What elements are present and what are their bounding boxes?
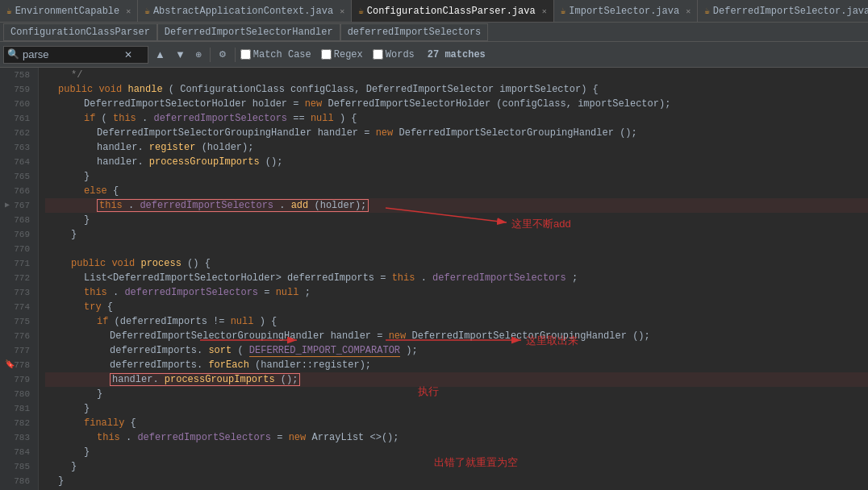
matches-count: 27 matches: [428, 49, 486, 60]
breadcrumb-bar: ConfigurationClassParser DeferredImportS…: [0, 23, 868, 42]
java-icon: ☕: [561, 6, 566, 16]
tab-label: ConfigurationClassParser.java: [367, 6, 536, 17]
code-line-777: deferredImports. sort ( DEFERRED_IMPORT_…: [45, 343, 868, 358]
regex-label[interactable]: Regex: [321, 49, 363, 60]
code-line-769: }: [45, 227, 868, 242]
gutter-767: ▶767: [3, 198, 35, 213]
match-case-label[interactable]: Match Case: [240, 49, 311, 60]
code-line-779: handler. processGroupImports ();: [45, 372, 868, 387]
code-line-780: }: [45, 387, 868, 401]
fold-icon: ▶: [5, 198, 10, 213]
code-line-785: }: [45, 459, 868, 474]
code-line-763: handler. register (holder);: [45, 140, 868, 155]
gutter-779: 779: [3, 372, 35, 387]
gutter-772: 772: [3, 271, 35, 285]
code-line-784: }: [45, 445, 868, 459]
gutter-764: 764: [3, 155, 35, 169]
highlight-box-779: handler. processGroupImports ();: [110, 373, 300, 386]
gutter-777: 777: [3, 343, 35, 358]
gutter-778: 🔖778: [3, 358, 35, 372]
java-icon: ☕: [144, 6, 150, 16]
tab-environmentcapable[interactable]: ☕ EnvironmentCapable ✕: [0, 0, 138, 23]
tab-importselector[interactable]: ☕ ImportSelector.java ✕: [554, 0, 698, 23]
gutter-770: 770: [3, 242, 35, 256]
gutter-771: 771: [3, 256, 35, 271]
tab-label: AbstractApplicationContext.java: [153, 6, 333, 17]
gutter-775: 775: [3, 314, 35, 329]
code-line-767: this . deferredImportSelectors . add (ho…: [45, 198, 868, 213]
code-line-786: }: [45, 474, 868, 488]
code-line-766: else {: [45, 184, 868, 198]
find-all-button[interactable]: ⊕: [192, 48, 205, 60]
tab-bar: ☕ EnvironmentCapable ✕ ☕ AbstractApplica…: [0, 0, 868, 23]
tab-close[interactable]: ✕: [686, 6, 691, 16]
gutter-785: 785: [3, 459, 35, 474]
gutter-768: 768: [3, 213, 35, 227]
tab-close[interactable]: ✕: [126, 6, 131, 16]
tab-label: ImportSelector.java: [569, 6, 679, 17]
gutter-761: 761: [3, 111, 35, 126]
code-line-765: }: [45, 169, 868, 184]
line-numbers: 758 759 760 761 762 763 764 765 766 ▶767…: [0, 68, 39, 490]
breadcrumb-label: ConfigurationClassParser: [10, 27, 150, 38]
code-line-771: public void process () {: [45, 256, 868, 271]
breadcrumb-label: deferredImportSelectors: [348, 27, 482, 38]
code-line-762: DeferredImportSelectorGroupingHandler ha…: [45, 126, 868, 140]
code-line-758: */: [45, 68, 868, 82]
java-icon: ☕: [358, 6, 364, 16]
match-case-text: Match Case: [253, 49, 311, 60]
breadcrumb-deferredimportselectors[interactable]: deferredImportSelectors: [340, 23, 489, 41]
gutter-758: 758: [3, 68, 35, 82]
match-case-checkbox[interactable]: [240, 49, 251, 60]
gutter-783: 783: [3, 430, 35, 445]
clear-search-button[interactable]: ✕: [123, 48, 134, 61]
code-line-782: finally {: [45, 416, 868, 430]
breadcrumb-deferredimportselectorhandler[interactable]: DeferredImportSelectorHandler: [157, 23, 340, 41]
code-line-775: if (deferredImports != null ) {: [45, 314, 868, 329]
separator: [210, 48, 211, 62]
prev-match-button[interactable]: ▲: [152, 47, 169, 62]
code-line-761: if ( this . deferredImportSelectors == n…: [45, 111, 868, 126]
java-icon: ☕: [6, 6, 12, 16]
code-line-776: DeferredImportSelectorGroupingHandler ha…: [45, 329, 868, 343]
gutter-763: 763: [3, 140, 35, 155]
gutter-784: 784: [3, 445, 35, 459]
settings-button[interactable]: ⚙: [215, 48, 230, 61]
tab-deferredimportselector[interactable]: ☕ DeferredImportSelector.java ✕: [698, 0, 868, 23]
gutter-762: 762: [3, 126, 35, 140]
gutter-774: 774: [3, 300, 35, 314]
tab-close[interactable]: ✕: [542, 6, 547, 16]
breadcrumb-configurationclassparser[interactable]: ConfigurationClassParser: [3, 23, 157, 41]
search-bar: 🔍 ✕ ▲ ▼ ⊕ ⚙ Match Case Regex Words 27 ma…: [0, 42, 868, 68]
search-icon: 🔍: [7, 48, 19, 60]
gutter-776: 776: [3, 329, 35, 343]
code-line-778: deferredImports. forEach (handler::regis…: [45, 358, 868, 372]
code-line-781: }: [45, 401, 868, 416]
bookmark-icon: 🔖: [5, 358, 15, 372]
tab-configurationclassparser[interactable]: ☕ ConfigurationClassParser.java ✕: [352, 0, 554, 23]
code-line-770: [45, 242, 868, 256]
regex-text: Regex: [334, 49, 363, 60]
words-checkbox[interactable]: [373, 49, 383, 60]
gutter-786: 786: [3, 474, 35, 488]
separator2: [235, 48, 236, 62]
next-match-button[interactable]: ▼: [172, 47, 189, 62]
gutter-773: 773: [3, 285, 35, 300]
gutter-759: 759: [3, 82, 35, 97]
tab-close[interactable]: ✕: [340, 6, 344, 16]
java-icon: ☕: [704, 6, 710, 16]
code-line-772: List<DeferredImportSelectorHolder> defer…: [45, 271, 868, 285]
gutter-769: 769: [3, 227, 35, 242]
words-label[interactable]: Words: [373, 49, 415, 60]
code-line-783: this . deferredImportSelectors = new Arr…: [45, 430, 868, 445]
gutter-781: 781: [3, 401, 35, 416]
words-text: Words: [386, 49, 415, 60]
highlight-box-767: this . deferredImportSelectors . add (ho…: [97, 199, 369, 212]
tab-abstractapplicationcontext[interactable]: ☕ AbstractApplicationContext.java ✕: [138, 0, 352, 23]
code-area: 758 759 760 761 762 763 764 765 766 ▶767…: [0, 68, 868, 490]
breadcrumb-label: DeferredImportSelectorHandler: [165, 27, 333, 38]
search-input[interactable]: [23, 48, 119, 60]
code-line-759: public void handle ( ConfigurationClass …: [45, 82, 868, 97]
regex-checkbox[interactable]: [321, 49, 332, 60]
tab-label: DeferredImportSelector.java: [713, 6, 868, 17]
